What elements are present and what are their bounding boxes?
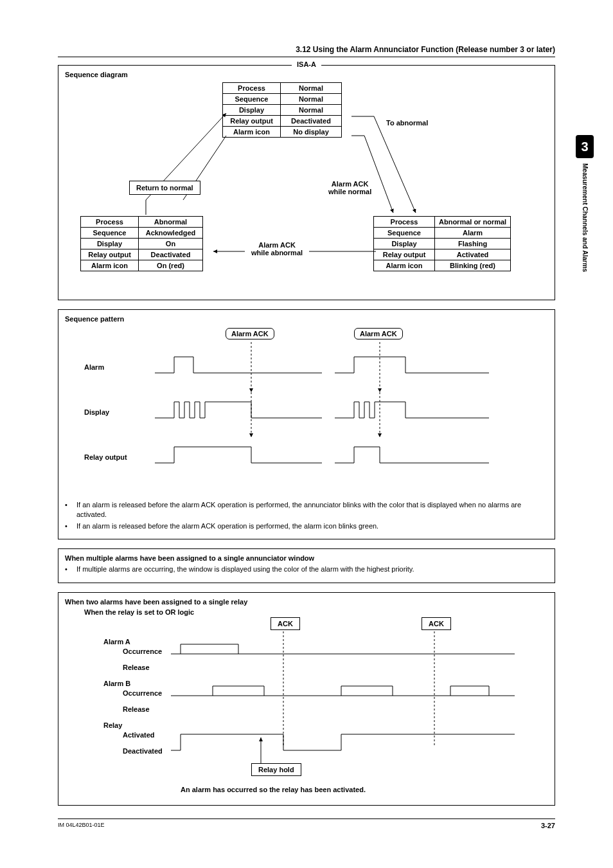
ack-while-normal-label: Alarm ACK while normal xyxy=(322,177,378,198)
sequence-diagram: ProcessNormal SequenceNormal DisplayNorm… xyxy=(65,81,548,293)
multi-window-heading: When multiple alarms have been assigned … xyxy=(65,554,548,562)
sequence-diagram-title: Sequence diagram xyxy=(65,71,548,78)
state-abnormal-table: ProcessAbnormal SequenceAcknowledged Dis… xyxy=(80,216,203,271)
relay-heading: When two alarms have been assigned to a … xyxy=(65,598,548,606)
state-alarm-table: ProcessAbnormal or normal SequenceAlarm … xyxy=(373,216,511,271)
page-number: 3-27 xyxy=(541,822,555,829)
relay-box: When two alarms have been assigned to a … xyxy=(58,592,555,806)
page-header: 3.12 Using the Alarm Annunciator Functio… xyxy=(58,45,555,57)
sequence-pattern-diagram: Alarm ACK Alarm ACK Alarm Display Relay … xyxy=(65,328,548,495)
pattern-notes: •If an alarm is released before the alar… xyxy=(65,500,548,531)
sequence-pattern-box: Sequence pattern Alarm ACK Alarm ACK Ala… xyxy=(58,309,555,539)
multi-window-box: When multiple alarms have been assigned … xyxy=(58,548,555,583)
ack-while-abnormal-label: Alarm ACK while abnormal xyxy=(245,239,309,259)
relay-diagram: ACK ACK Alarm A Occurrence Release Alarm… xyxy=(65,619,548,799)
sequence-pattern-title: Sequence pattern xyxy=(65,315,548,323)
to-abnormal-label: To abnormal xyxy=(380,116,434,129)
isa-title: ISA-A xyxy=(292,60,321,68)
side-tab: 3 Measurement Channels and Alarms xyxy=(576,135,594,272)
relay-sub-heading: When the relay is set to OR logic xyxy=(84,608,548,616)
doc-id: IM 04L42B01-01E xyxy=(58,822,105,829)
pattern-svg xyxy=(65,328,540,476)
bullet-1: If an alarm is released before the alarm… xyxy=(76,500,548,520)
isa-container: ISA-A Sequence diagram Pro xyxy=(58,65,555,300)
relay-svg xyxy=(65,619,540,799)
chapter-number: 3 xyxy=(576,135,594,158)
return-to-normal-label: Return to normal xyxy=(129,181,200,195)
chapter-title: Measurement Channels and Alarms xyxy=(582,163,589,272)
multi-window-bullet: If multiple alarms are occurring, the wi… xyxy=(76,565,414,574)
page-footer: IM 04L42B01-01E 3-27 xyxy=(58,818,555,829)
state-normal-table: ProcessNormal SequenceNormal DisplayNorm… xyxy=(222,82,342,138)
bullet-2: If an alarm is released before the alarm… xyxy=(76,521,378,531)
